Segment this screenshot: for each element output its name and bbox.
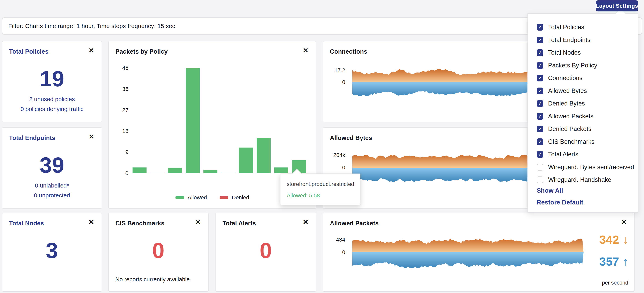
- checkbox-checked-icon[interactable]: ✓: [537, 37, 543, 43]
- layout-panel-item-denied-packets[interactable]: ✓Denied Packets: [528, 123, 638, 135]
- layout-panel-item-label: Total Alerts: [548, 151, 578, 158]
- checkbox-unchecked-icon[interactable]: [537, 164, 543, 171]
- show-all-link[interactable]: Show All: [537, 187, 563, 194]
- layout-panel-item-allowed-packets[interactable]: ✓Allowed Packets: [528, 110, 638, 123]
- legend-item-denied: Denied: [220, 194, 249, 201]
- close-icon[interactable]: ✕: [88, 133, 94, 140]
- close-icon[interactable]: ✕: [195, 219, 201, 225]
- layout-panel-list: ✓Total Policies✓Total Endpoints✓Total No…: [528, 21, 638, 186]
- checkbox-checked-icon[interactable]: ✓: [537, 75, 543, 81]
- layout-panel-item-wireguard-bytes-sent-received[interactable]: Wireguard. Bytes sent/received: [528, 161, 638, 174]
- bar-allowed-5[interactable]: [221, 173, 235, 173]
- y-tick-label: 0: [323, 249, 345, 256]
- total-endpoints-value: 39: [2, 154, 102, 176]
- layout-panel-item-packets-by-policy[interactable]: ✓Packets By Policy: [528, 59, 638, 72]
- card-allowed-packets: Allowed Packets ✕ 4340 342 ↓ 357 ↑ per s…: [323, 213, 634, 291]
- card-total-policies: Total Policies ✕ 19 2 unused policies 0 …: [2, 41, 102, 122]
- layout-panel-item-cis-benchmarks[interactable]: ✓CIS Benchmarks: [528, 135, 638, 148]
- card-total-nodes: Total Nodes ✕ 3: [2, 213, 102, 291]
- legend-swatch-icon: [176, 196, 184, 199]
- checkbox-checked-icon[interactable]: ✓: [537, 100, 543, 107]
- checkbox-checked-icon[interactable]: ✓: [537, 113, 543, 120]
- layout-settings-panel: ✓Total Policies✓Total Endpoints✓Total No…: [528, 14, 638, 212]
- packets-received-value: 342: [599, 233, 619, 246]
- checkbox-checked-icon[interactable]: ✓: [537, 24, 543, 31]
- layout-panel-item-label: Wireguard. Bytes sent/received: [548, 164, 634, 171]
- layout-panel-item-wireguard-handshake[interactable]: Wireguard. Handshake: [528, 173, 638, 186]
- card-title: CIS Benchmarks: [116, 220, 164, 227]
- layout-panel-item-label: Allowed Bytes: [548, 87, 587, 94]
- layout-panel-item-label: Total Policies: [548, 24, 584, 31]
- legend-label: Denied: [232, 194, 249, 201]
- checkbox-checked-icon[interactable]: ✓: [537, 88, 543, 94]
- legend-label: Allowed: [188, 194, 207, 201]
- tooltip-policy-name: storefront.product.restricted: [287, 181, 354, 187]
- card-title: Total Policies: [9, 48, 48, 55]
- close-icon[interactable]: ✕: [621, 219, 627, 225]
- per-second-label: per second: [602, 280, 628, 286]
- bar-allowed-2[interactable]: [168, 168, 182, 173]
- layout-panel-item-label: Wireguard. Handshake: [548, 176, 611, 183]
- y-tick-label: 27: [109, 107, 128, 114]
- checkbox-checked-icon[interactable]: ✓: [537, 138, 543, 145]
- filter-bar-text: Filter: Charts time range: 1 hour, Time …: [8, 23, 175, 29]
- checkbox-checked-icon[interactable]: ✓: [537, 49, 543, 56]
- y-tick-label: 18: [109, 128, 128, 134]
- close-icon[interactable]: ✕: [303, 47, 308, 54]
- legend-swatch-icon: [220, 196, 228, 199]
- bar-allowed-6[interactable]: [239, 148, 253, 173]
- card-title: Total Alerts: [222, 220, 256, 227]
- close-icon[interactable]: ✕: [303, 219, 308, 225]
- bar-allowed-8[interactable]: [274, 167, 288, 173]
- unlabelled-line: 0 unlabelled*: [2, 182, 102, 189]
- packets-received-stat: 342 ↓: [599, 234, 628, 246]
- card-title: Total Endpoints: [9, 134, 55, 142]
- bar-allowed-3[interactable]: [186, 68, 200, 173]
- y-tick-label: 17.2: [323, 67, 345, 74]
- unused-policies-line: 2 unused policies: [2, 96, 102, 103]
- layout-panel-item-label: Connections: [548, 75, 582, 82]
- bar-allowed-4[interactable]: [204, 170, 218, 173]
- layout-panel-item-allowed-bytes[interactable]: ✓Allowed Bytes: [528, 85, 638, 97]
- layout-panel-item-label: Total Endpoints: [548, 37, 590, 44]
- layout-panel-item-denied-bytes[interactable]: ✓Denied Bytes: [528, 97, 638, 110]
- arrow-down-icon: ↓: [622, 233, 628, 246]
- total-alerts-value: 0: [216, 239, 316, 262]
- checkbox-checked-icon[interactable]: ✓: [537, 126, 543, 132]
- close-icon[interactable]: ✕: [88, 219, 94, 225]
- card-cis-benchmarks: CIS Benchmarks ✕ 0 No reports currently …: [108, 213, 208, 291]
- layout-panel-item-total-nodes[interactable]: ✓Total Nodes: [528, 46, 638, 59]
- packets-by-policy-bar-chart[interactable]: [130, 65, 324, 175]
- cis-benchmarks-value: 0: [109, 239, 208, 262]
- y-tick-label: 0: [109, 170, 128, 177]
- layout-panel-item-connections[interactable]: ✓Connections: [528, 72, 638, 85]
- y-tick-label: 204k: [323, 152, 345, 159]
- layout-panel-item-total-policies[interactable]: ✓Total Policies: [528, 21, 638, 34]
- layout-panel-item-total-endpoints[interactable]: ✓Total Endpoints: [528, 34, 638, 47]
- close-icon[interactable]: ✕: [88, 47, 94, 54]
- layout-settings-button[interactable]: Layout Settings: [596, 1, 638, 12]
- layout-panel-item-label: Denied Packets: [548, 125, 592, 133]
- tooltip-allowed-value: Allowed: 5.58: [287, 192, 320, 199]
- checkbox-checked-icon[interactable]: ✓: [537, 62, 543, 69]
- allowed_packets-inbound-area: [352, 239, 584, 252]
- arrow-up-icon: ↑: [622, 255, 628, 268]
- bar-allowed-1[interactable]: [150, 173, 164, 173]
- card-title: Packets by Policy: [116, 48, 168, 55]
- unprotected-line: 0 unprotected: [2, 192, 102, 199]
- bar-allowed-7[interactable]: [256, 138, 270, 173]
- card-title: Total Nodes: [9, 220, 44, 227]
- allowed-packets-area-chart[interactable]: [352, 238, 584, 272]
- checkbox-checked-icon[interactable]: ✓: [537, 151, 543, 158]
- layout-panel-item-label: CIS Benchmarks: [548, 138, 594, 145]
- card-total-endpoints: Total Endpoints ✕ 39 0 unlabelled* 0 unp…: [2, 127, 102, 209]
- chart-tooltip: storefront.product.restricted Allowed: 5…: [280, 173, 360, 205]
- bar-allowed-0[interactable]: [132, 167, 146, 173]
- restore-default-link[interactable]: Restore Default: [537, 199, 583, 206]
- y-tick-label: 0: [323, 164, 345, 171]
- layout-panel-item-total-alerts[interactable]: ✓Total Alerts: [528, 148, 638, 161]
- y-tick-label: 434: [323, 236, 345, 243]
- checkbox-unchecked-icon[interactable]: [537, 176, 543, 183]
- y-tick-label: 9: [109, 149, 128, 156]
- y-tick-label: 0: [323, 79, 345, 86]
